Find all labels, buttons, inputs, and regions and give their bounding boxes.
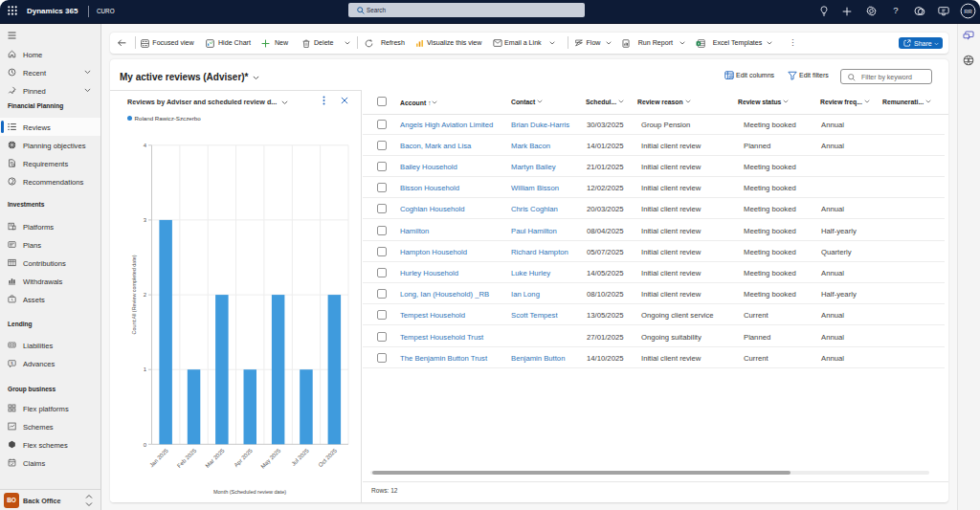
svg-text:Count:All (Review completed da: Count:All (Review completed date) [131, 255, 137, 334]
svg-text:2: 2 [144, 292, 147, 298]
svg-text:4: 4 [144, 143, 147, 148]
svg-text:3: 3 [144, 217, 147, 223]
svg-text:1: 1 [144, 366, 147, 372]
svg-text:May 2025: May 2025 [259, 447, 281, 469]
svg-text:Jul 2025: Jul 2025 [290, 447, 310, 467]
svg-text:Month (Scheduled review date): Month (Scheduled review date) [213, 489, 286, 495]
svg-text:RR: RR [964, 9, 972, 14]
svg-text:Apr 2025: Apr 2025 [233, 447, 254, 468]
svg-text:$: $ [11, 361, 13, 366]
svg-text:Oct 2025: Oct 2025 [318, 447, 339, 468]
svg-text:Jan 2025: Jan 2025 [148, 447, 169, 468]
svg-text:Feb 2025: Feb 2025 [176, 447, 198, 469]
svg-text:Mar 2025: Mar 2025 [204, 447, 226, 469]
svg-text:0: 0 [144, 442, 147, 448]
